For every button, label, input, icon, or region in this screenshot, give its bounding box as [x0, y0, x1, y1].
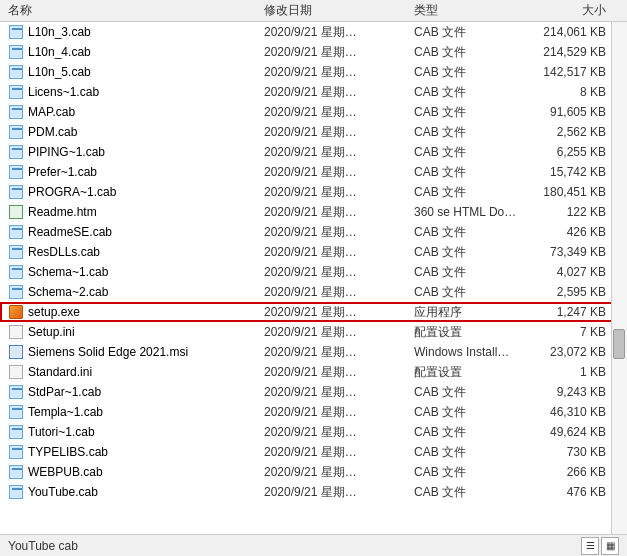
file-date: 2020/9/21 星期… [264, 464, 414, 481]
list-view-button[interactable]: ☰ [581, 537, 599, 555]
cab-icon [8, 464, 24, 480]
scrollbar-thumb[interactable] [613, 329, 625, 359]
file-date: 2020/9/21 星期… [264, 124, 414, 141]
table-row[interactable]: YouTube.cab 2020/9/21 星期… CAB 文件 476 KB [0, 482, 627, 502]
file-date: 2020/9/21 星期… [264, 84, 414, 101]
file-type: CAB 文件 [414, 464, 534, 481]
file-size: 426 KB [534, 225, 614, 239]
file-size: 2,562 KB [534, 125, 614, 139]
file-type: CAB 文件 [414, 484, 534, 501]
table-row[interactable]: Siemens Solid Edge 2021.msi 2020/9/21 星期… [0, 342, 627, 362]
file-size: 23,072 KB [534, 345, 614, 359]
file-size: 1,247 KB [534, 305, 614, 319]
table-row[interactable]: MAP.cab 2020/9/21 星期… CAB 文件 91,605 KB [0, 102, 627, 122]
file-size: 91,605 KB [534, 105, 614, 119]
file-name: Readme.htm [28, 205, 97, 219]
cab-icon [8, 284, 24, 300]
ini-icon [8, 324, 24, 340]
exe-icon [8, 304, 24, 320]
table-row[interactable]: StdPar~1.cab 2020/9/21 星期… CAB 文件 9,243 … [0, 382, 627, 402]
table-row[interactable]: L10n_5.cab 2020/9/21 星期… CAB 文件 142,517 … [0, 62, 627, 82]
table-row[interactable]: Licens~1.cab 2020/9/21 星期… CAB 文件 8 KB [0, 82, 627, 102]
table-row[interactable]: PDM.cab 2020/9/21 星期… CAB 文件 2,562 KB [0, 122, 627, 142]
cab-icon [8, 184, 24, 200]
col-header-name[interactable]: 名称 [4, 2, 264, 19]
file-date: 2020/9/21 星期… [264, 264, 414, 281]
file-date: 2020/9/21 星期… [264, 164, 414, 181]
file-name: Schema~1.cab [28, 265, 108, 279]
file-date: 2020/9/21 星期… [264, 144, 414, 161]
table-row[interactable]: Tutori~1.cab 2020/9/21 星期… CAB 文件 49,624… [0, 422, 627, 442]
file-size: 4,027 KB [534, 265, 614, 279]
file-date: 2020/9/21 星期… [264, 304, 414, 321]
table-row[interactable]: PIPING~1.cab 2020/9/21 星期… CAB 文件 6,255 … [0, 142, 627, 162]
file-name: Schema~2.cab [28, 285, 108, 299]
file-rows: L10n_3.cab 2020/9/21 星期… CAB 文件 214,061 … [0, 22, 627, 534]
file-type: CAB 文件 [414, 444, 534, 461]
table-row[interactable]: WEBPUB.cab 2020/9/21 星期… CAB 文件 266 KB [0, 462, 627, 482]
cab-icon [8, 264, 24, 280]
scrollbar[interactable] [611, 22, 627, 534]
table-row[interactable]: L10n_3.cab 2020/9/21 星期… CAB 文件 214,061 … [0, 22, 627, 42]
table-row[interactable]: Standard.ini 2020/9/21 星期… 配置设置 1 KB [0, 362, 627, 382]
table-row[interactable]: L10n_4.cab 2020/9/21 星期… CAB 文件 214,529 … [0, 42, 627, 62]
file-type: 配置设置 [414, 324, 534, 341]
file-name: PDM.cab [28, 125, 77, 139]
file-type: Windows Install… [414, 345, 534, 359]
col-header-size[interactable]: 大小 [534, 2, 614, 19]
file-date: 2020/9/21 星期… [264, 444, 414, 461]
msi-icon [8, 344, 24, 360]
file-size: 266 KB [534, 465, 614, 479]
file-type: CAB 文件 [414, 244, 534, 261]
table-row[interactable]: Setup.ini 2020/9/21 星期… 配置设置 7 KB [0, 322, 627, 342]
table-row[interactable]: Schema~2.cab 2020/9/21 星期… CAB 文件 2,595 … [0, 282, 627, 302]
file-size: 46,310 KB [534, 405, 614, 419]
file-date: 2020/9/21 星期… [264, 424, 414, 441]
file-size: 49,624 KB [534, 425, 614, 439]
file-date: 2020/9/21 星期… [264, 484, 414, 501]
cab-icon [8, 404, 24, 420]
table-row[interactable]: Templa~1.cab 2020/9/21 星期… CAB 文件 46,310… [0, 402, 627, 422]
file-date: 2020/9/21 星期… [264, 284, 414, 301]
file-type: 360 se HTML Do… [414, 205, 534, 219]
file-name: YouTube.cab [28, 485, 98, 499]
status-bar: YouTube cab ☰ ▦ [0, 534, 627, 556]
file-date: 2020/9/21 星期… [264, 244, 414, 261]
file-type: CAB 文件 [414, 404, 534, 421]
file-type: CAB 文件 [414, 184, 534, 201]
file-date: 2020/9/21 星期… [264, 324, 414, 341]
file-size: 214,061 KB [534, 25, 614, 39]
htm-icon [8, 204, 24, 220]
file-name: Prefer~1.cab [28, 165, 97, 179]
status-text: YouTube cab [8, 539, 78, 553]
cab-icon [8, 84, 24, 100]
file-type: CAB 文件 [414, 24, 534, 41]
cab-icon [8, 444, 24, 460]
file-size: 180,451 KB [534, 185, 614, 199]
table-row[interactable]: Prefer~1.cab 2020/9/21 星期… CAB 文件 15,742… [0, 162, 627, 182]
table-row[interactable]: PROGRA~1.cab 2020/9/21 星期… CAB 文件 180,45… [0, 182, 627, 202]
file-name: setup.exe [28, 305, 80, 319]
file-type: CAB 文件 [414, 424, 534, 441]
view-toggle: ☰ ▦ [581, 537, 619, 555]
file-list-container: 名称 修改日期 类型 大小 L10n_3.cab 2020/9/21 星期… C… [0, 0, 627, 556]
col-header-type[interactable]: 类型 [414, 2, 534, 19]
file-date: 2020/9/21 星期… [264, 184, 414, 201]
detail-view-button[interactable]: ▦ [601, 537, 619, 555]
file-size: 476 KB [534, 485, 614, 499]
col-header-date[interactable]: 修改日期 [264, 2, 414, 19]
table-row[interactable]: Readme.htm 2020/9/21 星期… 360 se HTML Do…… [0, 202, 627, 222]
file-size: 2,595 KB [534, 285, 614, 299]
table-row[interactable]: ReadmeSE.cab 2020/9/21 星期… CAB 文件 426 KB [0, 222, 627, 242]
file-type: CAB 文件 [414, 384, 534, 401]
cab-icon [8, 64, 24, 80]
table-row[interactable]: TYPELIBS.cab 2020/9/21 星期… CAB 文件 730 KB [0, 442, 627, 462]
file-name: Tutori~1.cab [28, 425, 95, 439]
table-row[interactable]: ResDLLs.cab 2020/9/21 星期… CAB 文件 73,349 … [0, 242, 627, 262]
file-name: WEBPUB.cab [28, 465, 103, 479]
table-row[interactable]: setup.exe 2020/9/21 星期… 应用程序 1,247 KB [0, 302, 627, 322]
file-size: 7 KB [534, 325, 614, 339]
file-size: 730 KB [534, 445, 614, 459]
table-row[interactable]: Schema~1.cab 2020/9/21 星期… CAB 文件 4,027 … [0, 262, 627, 282]
file-type: CAB 文件 [414, 164, 534, 181]
